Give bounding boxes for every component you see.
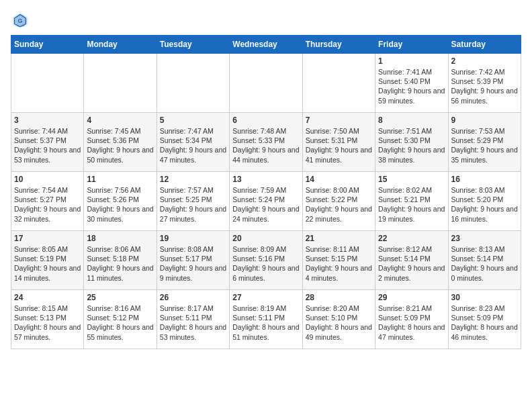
day-number: 24 xyxy=(14,293,81,302)
calendar-cell: 17Sunrise: 8:05 AM Sunset: 5:19 PM Dayli… xyxy=(11,231,84,290)
calendar-cell: 15Sunrise: 8:02 AM Sunset: 5:21 PM Dayli… xyxy=(375,172,448,231)
day-number: 25 xyxy=(87,293,153,302)
day-number: 26 xyxy=(160,293,226,302)
day-info: Sunrise: 7:41 AM Sunset: 5:40 PM Dayligh… xyxy=(378,67,445,105)
day-number: 10 xyxy=(14,175,81,184)
day-number: 9 xyxy=(451,116,518,125)
calendar-cell: 10Sunrise: 7:54 AM Sunset: 5:27 PM Dayli… xyxy=(11,172,84,231)
calendar-cell: 24Sunrise: 8:15 AM Sunset: 5:13 PM Dayli… xyxy=(11,290,84,349)
day-number: 29 xyxy=(378,293,445,302)
calendar-cell: 23Sunrise: 8:13 AM Sunset: 5:14 PM Dayli… xyxy=(448,231,521,290)
calendar-week-5: 24Sunrise: 8:15 AM Sunset: 5:13 PM Dayli… xyxy=(11,290,521,349)
day-info: Sunrise: 8:15 AM Sunset: 5:13 PM Dayligh… xyxy=(14,304,81,342)
day-info: Sunrise: 8:11 AM Sunset: 5:15 PM Dayligh… xyxy=(306,244,372,283)
calendar-cell: 6Sunrise: 7:48 AM Sunset: 5:33 PM Daylig… xyxy=(230,113,302,172)
day-number: 23 xyxy=(451,234,518,243)
calendar-cell xyxy=(230,54,302,113)
day-info: Sunrise: 8:12 AM Sunset: 5:14 PM Dayligh… xyxy=(378,244,445,283)
day-number: 16 xyxy=(451,175,518,184)
calendar-cell: 7Sunrise: 7:50 AM Sunset: 5:31 PM Daylig… xyxy=(302,113,375,172)
day-info: Sunrise: 8:23 AM Sunset: 5:09 PM Dayligh… xyxy=(451,304,518,342)
day-number: 6 xyxy=(232,116,299,125)
weekday-header-thursday: Thursday xyxy=(302,36,375,54)
weekday-header-tuesday: Tuesday xyxy=(157,36,229,54)
calendar-cell xyxy=(11,54,84,113)
day-info: Sunrise: 8:09 AM Sunset: 5:16 PM Dayligh… xyxy=(232,244,299,283)
day-number: 17 xyxy=(14,234,81,243)
calendar-cell: 28Sunrise: 8:20 AM Sunset: 5:10 PM Dayli… xyxy=(302,290,375,349)
day-number: 28 xyxy=(306,293,372,302)
weekday-header-sunday: Sunday xyxy=(11,36,84,54)
calendar-cell: 11Sunrise: 7:56 AM Sunset: 5:26 PM Dayli… xyxy=(84,172,157,231)
day-info: Sunrise: 7:47 AM Sunset: 5:34 PM Dayligh… xyxy=(160,126,226,165)
day-info: Sunrise: 8:20 AM Sunset: 5:10 PM Dayligh… xyxy=(306,304,372,342)
day-info: Sunrise: 8:05 AM Sunset: 5:19 PM Dayligh… xyxy=(14,244,81,283)
day-number: 20 xyxy=(232,234,299,243)
weekday-header-friday: Friday xyxy=(375,36,448,54)
day-info: Sunrise: 7:48 AM Sunset: 5:33 PM Dayligh… xyxy=(232,126,299,165)
day-info: Sunrise: 7:45 AM Sunset: 5:36 PM Dayligh… xyxy=(87,126,153,165)
day-number: 18 xyxy=(87,234,153,243)
day-info: Sunrise: 7:54 AM Sunset: 5:27 PM Dayligh… xyxy=(14,185,81,224)
day-number: 21 xyxy=(306,234,372,243)
day-info: Sunrise: 8:03 AM Sunset: 5:20 PM Dayligh… xyxy=(451,185,518,224)
calendar-cell: 5Sunrise: 7:47 AM Sunset: 5:34 PM Daylig… xyxy=(157,113,229,172)
day-info: Sunrise: 7:51 AM Sunset: 5:30 PM Dayligh… xyxy=(378,126,445,165)
calendar-cell: 30Sunrise: 8:23 AM Sunset: 5:09 PM Dayli… xyxy=(448,290,521,349)
day-info: Sunrise: 7:53 AM Sunset: 5:29 PM Dayligh… xyxy=(451,126,518,165)
day-info: Sunrise: 8:06 AM Sunset: 5:18 PM Dayligh… xyxy=(87,244,153,283)
day-number: 27 xyxy=(232,293,299,302)
calendar-week-3: 10Sunrise: 7:54 AM Sunset: 5:27 PM Dayli… xyxy=(11,172,521,231)
day-info: Sunrise: 7:59 AM Sunset: 5:24 PM Dayligh… xyxy=(232,185,299,224)
day-info: Sunrise: 8:08 AM Sunset: 5:17 PM Dayligh… xyxy=(160,244,226,283)
calendar-cell: 8Sunrise: 7:51 AM Sunset: 5:30 PM Daylig… xyxy=(375,113,448,172)
calendar-cell: 16Sunrise: 8:03 AM Sunset: 5:20 PM Dayli… xyxy=(448,172,521,231)
calendar-cell: 14Sunrise: 8:00 AM Sunset: 5:22 PM Dayli… xyxy=(302,172,375,231)
day-number: 11 xyxy=(87,175,153,184)
calendar-cell xyxy=(84,54,157,113)
calendar-cell: 4Sunrise: 7:45 AM Sunset: 5:36 PM Daylig… xyxy=(84,113,157,172)
page-header: G xyxy=(11,11,521,30)
day-info: Sunrise: 7:56 AM Sunset: 5:26 PM Dayligh… xyxy=(87,185,153,224)
day-number: 22 xyxy=(378,234,445,243)
day-info: Sunrise: 8:13 AM Sunset: 5:14 PM Dayligh… xyxy=(451,244,518,283)
calendar-cell: 18Sunrise: 8:06 AM Sunset: 5:18 PM Dayli… xyxy=(84,231,157,290)
calendar-cell: 20Sunrise: 8:09 AM Sunset: 5:16 PM Dayli… xyxy=(230,231,302,290)
day-info: Sunrise: 8:17 AM Sunset: 5:11 PM Dayligh… xyxy=(160,304,226,342)
day-number: 30 xyxy=(451,293,518,302)
day-number: 13 xyxy=(232,175,299,184)
day-number: 5 xyxy=(160,116,226,125)
calendar-week-1: 1Sunrise: 7:41 AM Sunset: 5:40 PM Daylig… xyxy=(11,54,521,113)
day-info: Sunrise: 7:50 AM Sunset: 5:31 PM Dayligh… xyxy=(306,126,372,165)
weekday-header-saturday: Saturday xyxy=(448,36,521,54)
calendar-cell xyxy=(302,54,375,113)
calendar-cell: 1Sunrise: 7:41 AM Sunset: 5:40 PM Daylig… xyxy=(375,54,448,113)
day-info: Sunrise: 8:02 AM Sunset: 5:21 PM Dayligh… xyxy=(378,185,445,224)
calendar-week-2: 3Sunrise: 7:44 AM Sunset: 5:37 PM Daylig… xyxy=(11,113,521,172)
calendar-table: SundayMondayTuesdayWednesdayThursdayFrid… xyxy=(11,35,521,349)
calendar-week-4: 17Sunrise: 8:05 AM Sunset: 5:19 PM Dayli… xyxy=(11,231,521,290)
calendar-cell: 12Sunrise: 7:57 AM Sunset: 5:25 PM Dayli… xyxy=(157,172,229,231)
day-number: 7 xyxy=(306,116,372,125)
day-info: Sunrise: 8:16 AM Sunset: 5:12 PM Dayligh… xyxy=(87,304,153,342)
calendar-cell: 3Sunrise: 7:44 AM Sunset: 5:37 PM Daylig… xyxy=(11,113,84,172)
day-info: Sunrise: 8:00 AM Sunset: 5:22 PM Dayligh… xyxy=(306,185,372,224)
calendar-cell: 21Sunrise: 8:11 AM Sunset: 5:15 PM Dayli… xyxy=(302,231,375,290)
day-number: 14 xyxy=(306,175,372,184)
day-number: 2 xyxy=(451,56,518,66)
calendar-cell: 22Sunrise: 8:12 AM Sunset: 5:14 PM Dayli… xyxy=(375,231,448,290)
day-number: 4 xyxy=(87,116,153,125)
day-number: 8 xyxy=(378,116,445,125)
day-number: 12 xyxy=(160,175,226,184)
weekday-header-monday: Monday xyxy=(84,36,157,54)
day-number: 19 xyxy=(160,234,226,243)
day-info: Sunrise: 8:19 AM Sunset: 5:11 PM Dayligh… xyxy=(232,304,299,342)
logo-icon: G xyxy=(11,11,30,30)
calendar-cell: 9Sunrise: 7:53 AM Sunset: 5:29 PM Daylig… xyxy=(448,113,521,172)
day-number: 3 xyxy=(14,116,81,125)
day-number: 15 xyxy=(378,175,445,184)
logo: G xyxy=(11,11,32,30)
calendar-cell: 2Sunrise: 7:42 AM Sunset: 5:39 PM Daylig… xyxy=(448,54,521,113)
calendar-cell xyxy=(157,54,229,113)
weekday-header-wednesday: Wednesday xyxy=(230,36,302,54)
